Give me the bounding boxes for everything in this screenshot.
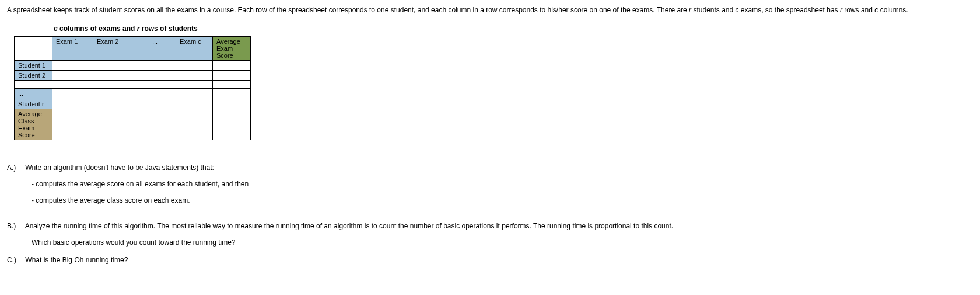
table-cell [52, 99, 93, 109]
table-cell [134, 71, 176, 81]
question-a: A.) Write an algorithm (doesn't have to … [7, 164, 973, 204]
row-header-dots: ... [15, 89, 52, 99]
table-cell [93, 89, 134, 99]
avg-line2: Exam Score [216, 45, 233, 59]
table-cell [52, 71, 93, 81]
table-row: Average Class Exam Score [15, 109, 251, 140]
table-row: Student 2 [15, 71, 251, 81]
question-text-a: Write an algorithm (doesn't have to be J… [25, 164, 214, 172]
table-cell [52, 109, 93, 140]
table-cell [134, 99, 176, 109]
table-row: Student r [15, 99, 251, 109]
table-cell [213, 89, 251, 99]
table-corner [15, 37, 52, 61]
table-cell [93, 71, 134, 81]
question-a-sub1: - computes the average score on all exam… [32, 180, 973, 188]
table-cell [213, 71, 251, 81]
intro-text: exams, so the spreadsheet has [739, 6, 840, 14]
col-header-examc: Exam c [176, 37, 213, 61]
question-label-c: C.) [7, 256, 23, 264]
question-c: C.) What is the Big Oh running time? [7, 256, 973, 264]
avg-row-line1: Average [18, 110, 42, 117]
caption-text: columns of exams and [58, 25, 137, 33]
table-spacer [15, 81, 251, 89]
table-cell [134, 109, 176, 140]
spreadsheet-table: Exam 1 Exam 2 ... Exam c Average Exam Sc… [14, 36, 251, 140]
table-caption: c columns of exams and r rows of student… [54, 25, 973, 33]
row-header-avg: Average Class Exam Score [15, 109, 52, 140]
col-header-exam2: Exam 2 [93, 37, 134, 61]
table-cell [93, 99, 134, 109]
question-a-sub2: - computes the average class score on ea… [32, 196, 973, 204]
table-cell [176, 89, 213, 99]
intro-text: A spreadsheet keeps track of student sco… [7, 6, 689, 14]
table-cell [93, 61, 134, 71]
question-label-b: B.) [7, 222, 23, 230]
row-header-studentr: Student r [15, 99, 52, 109]
intro-paragraph: A spreadsheet keeps track of student sco… [7, 5, 973, 15]
table-cell [213, 109, 251, 140]
table-cell [93, 109, 134, 140]
intro-text: columns. [878, 6, 908, 14]
table-cell [176, 71, 213, 81]
table-header-row: Exam 1 Exam 2 ... Exam c Average Exam Sc… [15, 37, 251, 61]
question-text-c: What is the Big Oh running time? [25, 256, 128, 264]
table-cell [52, 89, 93, 99]
caption-var-c: c [54, 25, 58, 33]
col-header-dots: ... [134, 37, 176, 61]
table-row: Student 1 [15, 61, 251, 71]
table-cell [213, 61, 251, 71]
table-cell [176, 61, 213, 71]
caption-text: rows of students [139, 25, 197, 33]
question-label-a: A.) [7, 164, 23, 172]
col-header-avg: Average Exam Score [213, 37, 251, 61]
row-header-student2: Student 2 [15, 71, 52, 81]
row-header-student1: Student 1 [15, 61, 52, 71]
intro-text: students and [691, 6, 735, 14]
avg-row-line3: Score [18, 131, 35, 138]
question-text-b: Analyze the running time of this algorit… [25, 222, 673, 230]
table-cell [176, 99, 213, 109]
question-b: B.) Analyze the running time of this alg… [7, 222, 973, 247]
question-b-sub1: Which basic operations would you count t… [32, 238, 973, 247]
avg-line1: Average [216, 38, 240, 45]
intro-text: rows and [842, 6, 874, 14]
table-cell [134, 89, 176, 99]
avg-row-line2: Class Exam [18, 117, 34, 131]
col-header-exam1: Exam 1 [52, 37, 93, 61]
table-row: ... [15, 89, 251, 99]
table-cell [176, 109, 213, 140]
table-cell [52, 61, 93, 71]
table-cell [134, 61, 176, 71]
table-cell [213, 99, 251, 109]
